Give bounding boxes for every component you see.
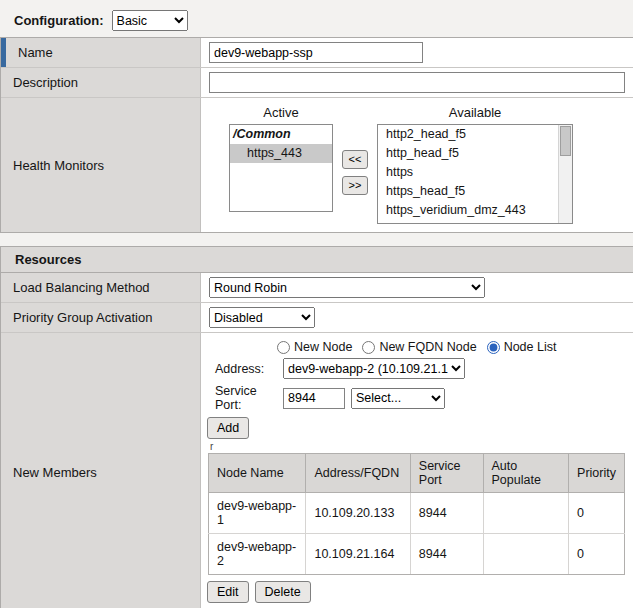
name-label-cell: Name [6,38,201,67]
service-port-label: Service Port: [215,384,283,412]
service-port-header: Service Port [410,454,483,493]
auto-populate-header: Auto Populate [483,454,569,493]
priority-group-activation-select[interactable]: Disabled [209,307,315,328]
header-row: Node Name Address/FQDN Service Port Auto… [209,454,625,493]
port-preset-select[interactable]: Select... [351,388,445,409]
resources-table: Load Balancing Method Round Robin Priori… [0,272,633,608]
description-value-cell [201,68,633,97]
load-balancing-method-label-cell: Load Balancing Method [1,273,201,302]
node-name-header: Node Name [209,454,306,493]
members-table: Node Name Address/FQDN Service Port Auto… [208,453,625,575]
new-members-label: New Members [13,465,97,480]
load-balancing-method-row: Load Balancing Method Round Robin [1,273,633,303]
load-balancing-method-cell: Round Robin [201,273,633,302]
available-monitor-item[interactable]: http2_head_f5 [378,125,572,144]
table-row[interactable]: dev9-webapp-2 10.109.21.164 8944 0 [209,534,625,575]
auto-populate-cell [483,493,569,534]
new-members-row: New Members New Node New FQDN Node Node … [1,333,633,608]
new-node-radio[interactable] [277,341,290,354]
address-select[interactable]: dev9-webapp-2 (10.109.21.164) [283,358,465,379]
load-balancing-method-select[interactable]: Round Robin [209,277,485,298]
add-button[interactable]: Add [207,417,249,439]
move-to-active-button[interactable]: << [342,150,368,169]
pool-properties-page: Configuration: Basic Name Description [0,0,633,608]
add-button-row: Add [207,417,625,439]
service-port-input[interactable] [283,388,345,409]
name-label: Name [18,45,53,60]
load-balancing-method-label: Load Balancing Method [13,280,150,295]
available-title: Available [449,105,502,124]
configuration-select[interactable]: Basic [112,10,188,31]
members-table-body: dev9-webapp-1 10.109.20.133 8944 0 dev9-… [209,493,625,575]
new-fqdn-node-radio-option[interactable]: New FQDN Node [362,340,476,354]
address-label: Address: [215,362,283,376]
health-monitors-label: Health Monitors [13,158,104,173]
priority-group-label: Priority Group Activation [13,310,152,325]
new-fqdn-node-radio-label: New FQDN Node [379,340,476,354]
member-actions-row: Edit Delete [207,581,625,603]
priority-header: Priority [569,454,625,493]
active-monitor-item[interactable]: https_443 [230,144,332,163]
partition-item: /Common [230,125,332,144]
available-monitor-item[interactable]: http_head_f5 [378,144,572,163]
available-monitor-item[interactable]: https_head_f5 [378,182,572,201]
new-members-cell: New Node New FQDN Node Node List Address… [201,333,633,608]
active-title: Active [263,105,298,124]
available-column: Available http2_head_f5 http_head_f5 htt… [377,105,573,224]
resources-section-header: Resources [0,246,633,272]
new-members-label-cell: New Members [1,333,201,608]
description-label: Description [13,75,78,90]
node-name-cell: dev9-webapp-2 [209,534,306,575]
name-input[interactable] [209,42,423,63]
members-table-header: Node Name Address/FQDN Service Port Auto… [209,454,625,493]
health-monitors-row: Health Monitors Active /Common https_443… [1,98,633,232]
move-buttons: << >> [342,150,368,195]
name-value-cell [201,38,633,67]
description-row: Description [1,68,633,98]
scrollbar[interactable] [558,125,572,223]
priority-group-label-cell: Priority Group Activation [1,303,201,332]
stray-text: r [210,441,625,452]
node-type-radio-group: New Node New FQDN Node Node List [277,340,625,354]
available-monitors-listbox[interactable]: http2_head_f5 http_head_f5 https https_h… [377,124,573,224]
service-port-cell: 8944 [410,493,483,534]
move-to-available-button[interactable]: >> [342,176,368,195]
health-monitors-picker: Active /Common https_443 << >> Available [229,105,625,224]
general-properties-table: Name Description Health Monitors Active [0,37,633,233]
auto-populate-cell [483,534,569,575]
active-monitors-listbox[interactable]: /Common https_443 [229,124,333,212]
address-fqdn-cell: 10.109.21.164 [306,534,410,575]
priority-group-cell: Disabled [201,303,633,332]
service-port-field-row: Service Port: Select... [215,384,625,412]
available-monitor-item[interactable]: https [378,163,572,182]
node-list-radio-label: Node List [504,340,557,354]
name-row: Name [1,38,633,68]
priority-group-activation-row: Priority Group Activation Disabled [1,303,633,333]
address-field-row: Address: dev9-webapp-2 (10.109.21.164) [215,358,625,379]
priority-cell: 0 [569,493,625,534]
service-port-cell: 8944 [410,534,483,575]
delete-button[interactable]: Delete [255,581,311,603]
node-list-radio[interactable] [487,341,500,354]
resources-title: Resources [15,252,81,267]
active-column: Active /Common https_443 [229,105,333,212]
new-node-radio-option[interactable]: New Node [277,340,352,354]
edit-button[interactable]: Edit [207,581,249,603]
address-fqdn-cell: 10.109.20.133 [306,493,410,534]
configuration-label: Configuration: [14,13,104,28]
available-monitor-item[interactable]: https_veridium_dmz_443 [378,201,572,220]
description-input[interactable] [209,72,625,93]
configuration-bar: Configuration: Basic [0,0,633,37]
description-label-cell: Description [1,68,201,97]
node-list-radio-option[interactable]: Node List [487,340,557,354]
address-fqdn-header: Address/FQDN [306,454,410,493]
health-monitors-cell: Active /Common https_443 << >> Available [201,98,633,232]
new-fqdn-node-radio[interactable] [362,341,375,354]
new-node-radio-label: New Node [294,340,352,354]
node-name-cell: dev9-webapp-1 [209,493,306,534]
scrollbar-thumb[interactable] [560,126,571,156]
priority-cell: 0 [569,534,625,575]
table-row[interactable]: dev9-webapp-1 10.109.20.133 8944 0 [209,493,625,534]
health-monitors-label-cell: Health Monitors [1,98,201,232]
